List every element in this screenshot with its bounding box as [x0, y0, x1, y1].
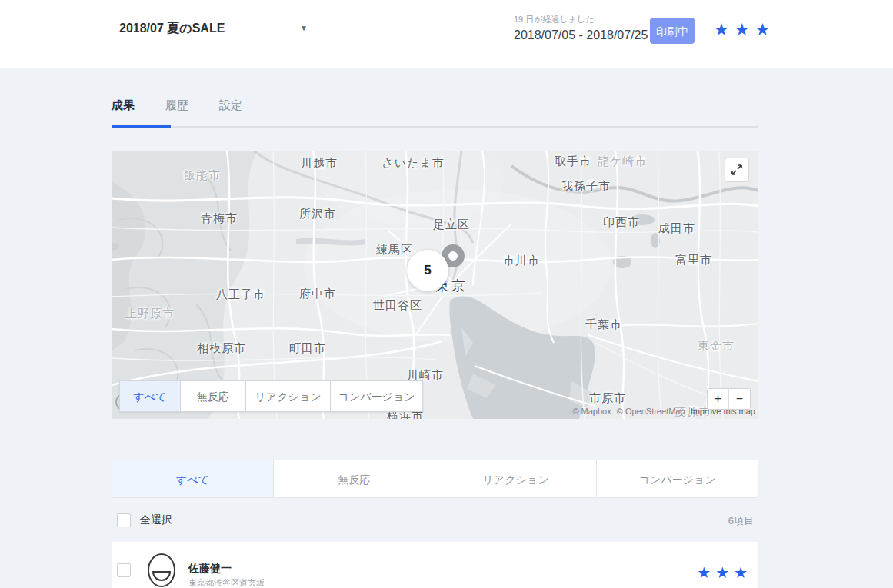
map-label-10: 成田市 [658, 221, 695, 236]
map-label-16: 府中市 [299, 287, 336, 301]
map-label-22: 東金市 [698, 339, 735, 354]
map-cluster-count: 5 [424, 263, 431, 277]
map[interactable]: 川越市さいたま市飯能市取手市龍ケ崎市我孫子市青梅市所沢市足立区印西市成田市練馬区… [112, 151, 758, 419]
select-all-row: 全選択 6項目 [112, 510, 758, 533]
header: 2018/07 夏のSALE ▼ 19 日が経過しました 2018/07/05 … [0, 0, 893, 68]
tab-0[interactable]: 成果 [112, 98, 165, 124]
header-rating-stars[interactable]: ★★★ [714, 20, 775, 40]
segment-3[interactable]: コンバージョン [597, 460, 758, 498]
list-item-rating-stars[interactable]: ★★★ [697, 563, 752, 582]
result-filter-segments: すべて無反応リアクションコンバージョン [112, 460, 758, 498]
tab-2[interactable]: 設定 [219, 98, 273, 124]
tabs: 成果履歴設定 [112, 98, 758, 128]
map-filter-0[interactable]: すべて [119, 380, 181, 412]
list-item-0[interactable]: 佐藤健一東京都渋谷区道玄坂★★★ [112, 542, 758, 588]
segment-2[interactable]: リアクション [435, 460, 597, 498]
list-item-name: 佐藤健一 [188, 562, 232, 576]
map-filter-3[interactable]: コンバージョン [331, 380, 423, 412]
tab-1[interactable]: 履歴 [165, 98, 219, 124]
map-label-13: 富里市 [675, 253, 712, 267]
map-label-18: 上野原市 [125, 307, 175, 321]
elapsed-days-text: 19 日が経過しました [514, 14, 648, 25]
print-button[interactable]: 印刷中 [650, 18, 695, 44]
segment-0[interactable]: すべて [112, 460, 274, 498]
campaign-selector[interactable]: 2018/07 夏のSALE ▼ [112, 15, 312, 45]
select-all-checkbox[interactable] [117, 513, 131, 527]
smiley-avatar-icon [146, 552, 177, 588]
map-label-19: 千葉市 [585, 317, 622, 332]
osm-attribution-link[interactable]: © OpenStreetMap [617, 407, 685, 416]
map-label-12: 市川市 [503, 254, 540, 268]
segment-1[interactable]: 無反応 [274, 460, 435, 498]
results-list: 佐藤健一東京都渋谷区道玄坂★★★ [112, 542, 758, 588]
chevron-down-icon: ▼ [300, 24, 308, 32]
map-label-1: さいたま市 [382, 156, 444, 171]
map-label-3: 取手市 [555, 154, 591, 169]
map-filter-group: すべて無反応リアクションコンバージョン [119, 380, 423, 412]
map-label-21: 町田市 [289, 341, 326, 356]
select-all-label: 全選択 [140, 513, 172, 527]
row-checkbox[interactable] [117, 563, 131, 577]
item-count: 6項目 [728, 514, 754, 528]
map-label-5: 我孫子市 [561, 179, 611, 194]
map-label-11: 練馬区 [376, 243, 413, 257]
avatar [146, 552, 177, 588]
map-label-8: 足立区 [433, 218, 470, 232]
zoom-out-button[interactable]: − [728, 389, 750, 409]
tabs-divider [112, 126, 758, 128]
map-label-0: 川越市 [301, 156, 338, 171]
campaign-selector-label: 2018/07 夏のSALE [112, 15, 312, 42]
mapbox-attribution-link[interactable]: © Mapbox [572, 407, 611, 416]
map-label-17: 世田谷区 [373, 298, 422, 313]
app: 2018/07 夏のSALE ▼ 19 日が経過しました 2018/07/05 … [0, 0, 893, 588]
map-filter-1[interactable]: 無反応 [181, 380, 246, 412]
active-tab-underline [112, 125, 171, 128]
map-label-20: 相模原市 [197, 341, 246, 356]
map-zoom-control: + − [707, 388, 751, 410]
map-filter-2[interactable]: リアクション [246, 380, 331, 412]
map-label-24: 市原市 [589, 391, 626, 406]
map-label-2: 飯能市 [184, 168, 221, 183]
zoom-in-button[interactable]: + [708, 389, 728, 409]
fullscreen-button[interactable] [725, 158, 748, 181]
map-label-15: 八王子市 [216, 287, 265, 302]
map-label-9: 印西市 [603, 215, 640, 230]
map-label-4: 龍ケ崎市 [598, 154, 647, 169]
campaign-period: 19 日が経過しました 2018/07/05 - 2018/07/25 [514, 14, 648, 42]
fullscreen-icon [725, 158, 748, 181]
map-label-6: 青梅市 [201, 211, 238, 226]
list-item-address[interactable]: 東京都渋谷区道玄坂 [188, 577, 265, 588]
map-label-7: 所沢市 [299, 207, 336, 221]
map-marker-cluster[interactable]: 5 [407, 250, 448, 291]
date-range-text: 2018/07/05 - 2018/07/25 [514, 28, 648, 42]
